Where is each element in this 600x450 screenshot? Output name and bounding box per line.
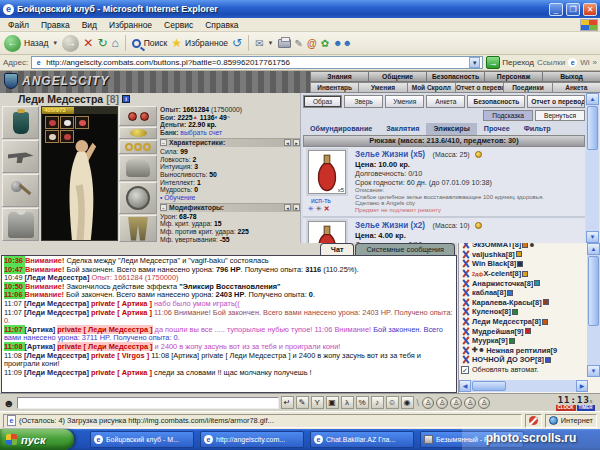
links-extra[interactable]: Wi <box>580 58 589 67</box>
edit-icon[interactable]: ✎ <box>295 35 303 52</box>
scroll-left-icon[interactable]: ◀ <box>459 380 471 392</box>
taskbar-task[interactable]: ehttp://angelscity.com... <box>200 431 304 448</box>
player-name[interactable]: ЭкзОММАТ[8] <box>472 243 521 249</box>
use-link[interactable]: исп-ть <box>311 197 331 204</box>
player-row[interactable]: valjushka[8] <box>460 250 587 260</box>
start-button[interactable]: пуск <box>0 429 74 450</box>
slot-gloves[interactable] <box>119 155 157 181</box>
player-list-scrollbar[interactable]: ▲ ▼ <box>587 243 600 377</box>
arrow-right-icon[interactable]: ▸ <box>293 139 300 146</box>
nav-top-item[interactable]: Персонаж <box>484 71 542 82</box>
menu-item[interactable]: Правка <box>35 20 76 30</box>
nav-top-item[interactable]: Выход <box>542 71 600 82</box>
address-dropdown-icon[interactable]: ▼ <box>469 57 480 68</box>
attack-icon[interactable] <box>461 346 470 355</box>
tab-Анкета[interactable]: Анкета <box>426 95 465 108</box>
training-link[interactable]: • Обучение <box>160 194 300 202</box>
figure-icon[interactable]: ♙ <box>464 397 476 409</box>
attack-icon[interactable] <box>461 336 470 345</box>
chat-log[interactable]: 10:36 Внимание! Сделка между "Леди Медсе… <box>1 255 457 393</box>
slot-amulet[interactable] <box>2 106 39 139</box>
player-name[interactable]: Мудрейшая[9] <box>472 327 524 336</box>
player-row[interactable]: каблаа[8] <box>460 288 587 298</box>
scroll-thumb[interactable] <box>588 256 599 326</box>
scroll-thumb[interactable] <box>472 381 506 391</box>
messenger-icon[interactable]: ☻☻ <box>333 35 352 52</box>
player-row[interactable]: Муурка[9] <box>460 336 587 346</box>
buff-icon[interactable] <box>60 116 74 129</box>
player-name[interactable]: Анаржисточка[8] <box>472 279 533 288</box>
scroll-up-icon[interactable]: ▲ <box>587 243 600 255</box>
nav-sub-item[interactable]: Инвентарь <box>310 82 358 93</box>
bank-link[interactable]: выбрать счет <box>180 129 222 136</box>
mail-dropdown-icon[interactable]: ▼ <box>268 40 274 46</box>
menu-item[interactable]: Вид <box>76 20 103 30</box>
player-list-hscrollbar[interactable]: ◀ ▶ <box>459 380 588 392</box>
player-row[interactable]: Мудрейшая[9] <box>460 326 587 336</box>
attack-icon[interactable] <box>461 298 470 307</box>
scroll-up-icon[interactable]: ▲ <box>586 93 599 105</box>
tab-chat[interactable]: Чат <box>320 243 355 255</box>
slot-rings[interactable] <box>119 140 157 154</box>
player-name[interactable]: НОЧНОЙ ДО ЗОР[8] <box>472 355 544 364</box>
autorefresh-checkbox[interactable]: ✓ <box>461 366 469 374</box>
nav-sub-item[interactable]: Анкета <box>552 82 600 93</box>
character-name[interactable]: Леди Медсестра [8] i <box>18 93 130 105</box>
buff-icon[interactable] <box>75 116 89 129</box>
attack-icon[interactable] <box>461 269 470 278</box>
attack-icon[interactable] <box>461 327 470 336</box>
nav-sub-item[interactable]: Отчет о переводах <box>455 82 503 93</box>
music-icon[interactable]: ♪ <box>371 396 384 409</box>
drop-icon[interactable]: ✕ <box>324 205 332 212</box>
scroll-thumb[interactable] <box>587 106 598 150</box>
arrow-left-icon[interactable]: ◂ <box>284 139 291 146</box>
player-name[interactable]: Win Black[8] <box>472 259 516 268</box>
player-row[interactable]: Каралева-Красы[8] <box>460 298 587 308</box>
maximize-button[interactable]: ❐ <box>566 3 580 16</box>
scroll-down-icon[interactable]: ▼ <box>586 231 599 243</box>
category-tab[interactable]: Фильтр <box>517 123 558 135</box>
slot-earrings[interactable] <box>119 106 157 126</box>
player-row[interactable]: Win Black[8] <box>460 259 587 269</box>
attack-icon[interactable] <box>461 250 470 259</box>
collapse-icon[interactable]: − <box>160 204 167 211</box>
minimize-button[interactable]: _ <box>549 3 563 16</box>
inventory-scrollbar[interactable]: ▲ ▼ <box>586 93 599 243</box>
arrow-right-icon[interactable]: ▸ <box>293 204 300 211</box>
mail-icon[interactable]: ✉ <box>255 35 263 52</box>
back-dropdown-icon[interactable]: ▼ <box>52 40 58 46</box>
back-button[interactable]: ← <box>4 35 21 52</box>
at-icon[interactable]: @ <box>307 35 317 52</box>
smile-icon[interactable]: ☺ <box>386 396 399 409</box>
icq-flower-icon[interactable]: ✿ <box>321 35 329 52</box>
arrow-left-icon[interactable]: ◂ <box>284 204 291 211</box>
history-icon[interactable]: ↺ <box>232 35 242 52</box>
attack-icon[interactable] <box>461 317 470 326</box>
clock-badge[interactable]: CLOCK <box>556 405 576 411</box>
slot-shield[interactable] <box>119 182 157 214</box>
item-name[interactable]: Зелье Жизни (x2) <box>355 221 425 230</box>
slot-legs[interactable] <box>119 215 157 242</box>
menu-item[interactable]: Файл <box>2 20 35 30</box>
player-row[interactable]: Анаржисточка[8] <box>460 278 587 288</box>
taskbar-task[interactable]: eChat.Bakillar.AZ Гла... <box>310 431 414 448</box>
sell-icon[interactable]: ✳ <box>316 205 324 212</box>
attack-icon[interactable] <box>461 243 470 249</box>
timer-badge[interactable]: TIMER <box>577 405 595 411</box>
print-icon[interactable] <box>278 39 291 48</box>
slot-armor[interactable] <box>2 208 39 241</box>
tab-Безопасность[interactable]: Безопасность <box>467 95 525 108</box>
slot-weapon[interactable] <box>2 140 39 173</box>
chat-input[interactable] <box>17 397 279 409</box>
filter-icon[interactable]: Y <box>311 396 324 409</box>
slot-hammer[interactable] <box>2 174 39 207</box>
figure-icon[interactable]: ♙ <box>422 397 434 409</box>
favorites-icon[interactable]: ★ <box>171 35 182 52</box>
forward-button[interactable]: → <box>62 35 79 52</box>
player-name[interactable]: Нежная рептилия[9 <box>486 346 557 355</box>
item-image[interactable]: x5 <box>308 150 346 194</box>
tab-Отчет о переводах[interactable]: Отчет о переводах <box>527 95 585 108</box>
figure-icon[interactable]: ♙ <box>450 397 462 409</box>
attack-icon[interactable] <box>461 307 470 316</box>
item-name[interactable]: Зелье Жизни (x5) <box>355 150 425 159</box>
